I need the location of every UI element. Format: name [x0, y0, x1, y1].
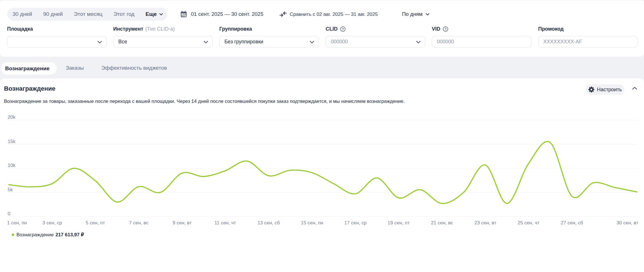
- svg-text:?: ?: [342, 27, 344, 31]
- svg-text:?: ?: [445, 27, 447, 31]
